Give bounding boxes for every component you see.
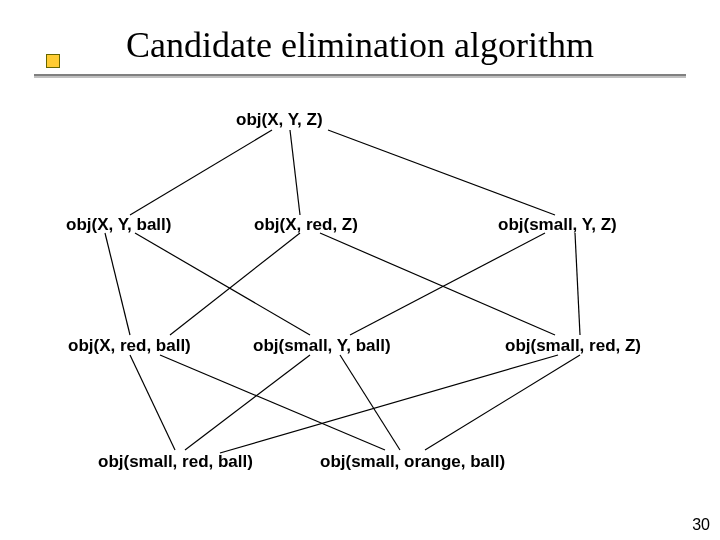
svg-line-10 [185,355,310,450]
node-l2: obj(small, Y, ball) [253,336,391,356]
page-number: 30 [692,516,710,534]
svg-line-6 [320,233,555,335]
svg-line-3 [105,233,130,335]
bullet-marker-icon [46,54,60,68]
node-m2: obj(X, red, Z) [254,215,358,235]
node-b1: obj(small, red, ball) [98,452,253,472]
node-b2: obj(small, orange, ball) [320,452,505,472]
title-area: Candidate elimination algorithm [0,26,720,74]
title-underline [34,74,686,78]
node-l3: obj(small, red, Z) [505,336,641,356]
svg-line-13 [340,355,400,450]
svg-line-14 [425,355,580,450]
node-m3: obj(small, Y, Z) [498,215,617,235]
slide-title: Candidate elimination algorithm [0,26,720,74]
node-m1: obj(X, Y, ball) [66,215,171,235]
svg-line-1 [290,130,300,215]
svg-line-12 [160,355,385,450]
slide: Candidate elimination algorithm obj(X, Y… [0,0,720,540]
svg-line-8 [575,233,580,335]
node-top: obj(X, Y, Z) [236,110,323,130]
svg-line-4 [135,233,310,335]
svg-line-7 [350,233,545,335]
svg-line-2 [328,130,555,215]
svg-line-9 [130,355,175,450]
svg-line-0 [130,130,272,215]
svg-line-11 [220,355,558,453]
node-l1: obj(X, red, ball) [68,336,191,356]
svg-line-5 [170,233,300,335]
